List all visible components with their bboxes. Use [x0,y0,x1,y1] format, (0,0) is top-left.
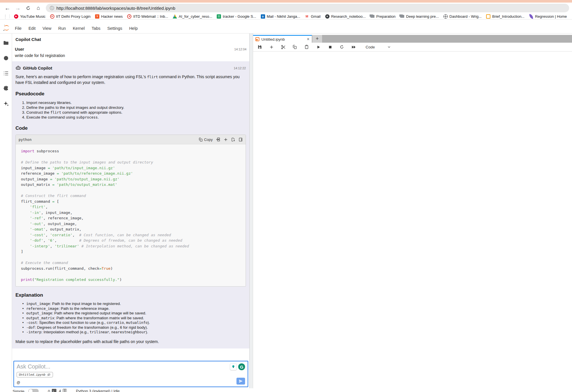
target-icon [127,14,131,19]
user-timestamp: 14:12:04 [234,48,246,51]
run-cell-button[interactable] [316,44,321,50]
kernels-icon[interactable] [63,389,67,392]
bookmark-item[interactable]: Regression | Home [527,13,569,19]
folder-icon [400,14,405,19]
add-cell-button[interactable] [224,137,228,142]
pseudocode-step: Import necessary libraries. [26,100,246,105]
url-bar[interactable]: ⓘ http://localhost:8888/lab/workspaces/a… [46,4,569,12]
bookmark-item[interactable]: Gmail [303,13,323,19]
code-line: '-out', output_image, [21,221,246,227]
tab-close-icon[interactable]: × [307,37,309,42]
menu-view[interactable]: View [39,25,55,32]
explanation-item: -interp: Interpolation method (e.g., tri… [26,330,246,335]
code-block: python Copy [15,135,246,287]
chevron-down-icon [387,45,391,49]
code-line: print("Registration completed successful… [21,277,246,283]
terminals-icon[interactable]: >_ [52,389,56,392]
bookmark-item[interactable]: YouTube Music [12,13,48,19]
assistant-timestamp: 14:12:22 [234,66,246,70]
menu-file[interactable]: File [11,25,25,32]
suggestion-lightbulb-button[interactable] [230,363,237,370]
user-message: User 14:12:04 write code for fsl registr… [12,45,249,61]
code-line: subprocess.run(flirt_command, check=True… [21,266,246,271]
menu-tabs[interactable]: Tabs [88,25,104,32]
bookmark-item[interactable]: Preparation [368,13,398,19]
back-button[interactable]: ← [3,3,12,13]
feather-icon [529,14,534,19]
ask-copilot-box[interactable]: G Untitled.ipynb @ [13,361,248,387]
ask-copilot-input[interactable] [17,363,230,370]
cell-type-dropdown[interactable]: Code [366,45,391,49]
new-notebook-button[interactable] [238,137,243,142]
notebook-tab[interactable]: Untitled.ipynb × [253,35,312,43]
grammarly-icon[interactable]: G [238,363,245,370]
panel-split-handle[interactable] [250,34,253,392]
forward-button[interactable]: → [13,3,22,13]
bookmark-item[interactable]: tracker - Google S... [214,13,258,19]
bookmark-item[interactable]: Hacker news [93,13,125,19]
copy-cells-button[interactable] [292,44,297,50]
apps-grid-icon[interactable] [5,14,5,19]
explanation-item: -dof: Degrees of freedom for the transfo… [26,325,246,330]
bookmark-label: YouTube Music [20,14,46,19]
bookmark-item[interactable]: IITD Webmail :: Inb... [125,13,170,19]
simple-mode-toggle[interactable] [28,389,39,392]
explanation-item: input_image: Path to the input image to … [26,302,246,306]
copy-button[interactable]: Copy [199,137,213,142]
explanation-list: input_image: Path to the input image to … [18,302,246,335]
copilot-chat-icon[interactable] [3,101,9,107]
context-file-chip[interactable]: Untitled.ipynb [17,372,53,377]
paste-cells-button[interactable] [304,44,309,50]
send-button[interactable] [236,378,245,385]
save-icon [257,45,262,49]
bookmark-item[interactable]: AI_for_cyber_reso... [170,13,214,19]
running-kernels-icon[interactable] [3,55,9,61]
table-of-contents-icon[interactable] [3,70,9,76]
menu-kernel[interactable]: Kernel [69,25,88,32]
scissors-icon [281,45,286,50]
code-heading: Code [15,125,246,131]
url-text[interactable]: http://localhost:8888/lab/workspaces/aut… [56,6,175,11]
site-info-icon[interactable]: ⓘ [50,5,54,11]
simple-mode-label: Simple [13,389,24,392]
bookmark-item[interactable]: IIT Delhi Proxy Login [48,13,93,19]
activity-sidebar [0,34,12,392]
code-line: output_image = 'path/to/output_image.nii… [21,176,246,182]
save-button[interactable] [257,44,262,50]
plus-icon [224,137,228,142]
bookmark-item[interactable]: Mail - Nikhil Janga... [259,13,303,19]
kernels-count: 4 [59,389,61,392]
bookmark-item[interactable]: Deep learning pre... [398,13,441,19]
insert-at-cursor-button[interactable] [216,137,220,142]
mention-at-text: @ [17,381,20,385]
cut-cells-button[interactable] [281,44,286,50]
kernel-status[interactable]: Python 3 (ipykernel) | Idle [76,389,120,392]
bookmarks-bar: YouTube MusicIIT Delhi Proxy LoginHacker… [0,13,572,19]
menu-help[interactable]: Help [126,25,141,32]
new-tab-button[interactable]: + [312,35,322,43]
menu-run[interactable]: Run [55,25,70,32]
bookmark-item[interactable]: Research_noteboo... [323,13,368,19]
new-file-button[interactable] [231,137,235,142]
globe-icon [443,14,448,19]
pseudocode-step: Construct the flirt command with appropr… [26,110,246,115]
notebook-content-area[interactable] [253,52,572,392]
stop-icon [328,45,332,49]
add-cell-button[interactable] [269,44,274,50]
bookmark-label: Hacker news [101,14,123,19]
stop-kernel-button[interactable] [328,44,333,50]
bookmark-item[interactable]: Dashboard - Wrig... [441,13,484,19]
extensions-icon[interactable] [3,85,9,92]
gmail-icon [305,14,309,19]
restart-run-all-button[interactable] [351,44,356,50]
terminals-count: 0 [48,389,50,392]
reload-button[interactable] [23,3,33,13]
menu-edit[interactable]: Edit [25,25,39,32]
menu-settings[interactable]: Settings [104,25,126,32]
restart-kernel-button[interactable] [339,44,344,50]
paste-icon [304,45,309,49]
bookmark-item[interactable]: Brief_Introduction... [484,13,527,19]
file-browser-icon[interactable] [3,40,9,46]
home-button[interactable]: ⌂ [34,3,43,13]
statusbar: Simple 0 >_ 4 Python 3 (ipykernel) | Idl… [0,388,572,392]
